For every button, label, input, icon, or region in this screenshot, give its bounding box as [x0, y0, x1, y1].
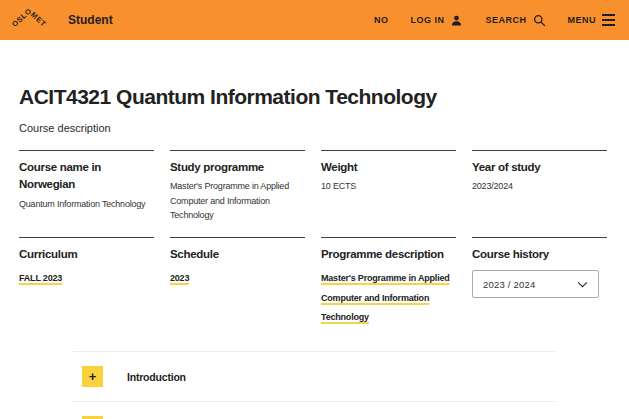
top-header-bar: OSLO MET Student NO LOG IN SEARCH: [0, 0, 629, 40]
cell-heading: Schedule: [170, 246, 305, 263]
accordion-item-recommended-preliminary-courses[interactable]: + Recommended preliminary courses: [73, 402, 555, 419]
login-button[interactable]: LOG IN: [410, 14, 463, 27]
header-nav: NO LOG IN SEARCH: [374, 14, 615, 27]
cell-heading: Year of study: [472, 159, 607, 176]
site-name-link[interactable]: Student: [68, 13, 113, 27]
page-subtitle: Course description: [19, 122, 607, 134]
programme-description-link[interactable]: Master's Programme in Applied Computer a…: [321, 273, 450, 322]
cell-value: Master's Programme in Applied Computer a…: [170, 179, 305, 222]
search-label: SEARCH: [485, 15, 526, 25]
cell-heading: Course history: [472, 246, 607, 263]
cell-curriculum: Curriculum FALL 2023: [19, 237, 154, 325]
cell-schedule: Schedule 2023: [170, 237, 305, 325]
accordion-item-label: Introduction: [127, 371, 186, 383]
cell-programme-description: Programme description Master's Programme…: [321, 237, 456, 325]
schedule-link[interactable]: 2023: [170, 273, 189, 283]
cell-course-history: Course history 2023 / 2024: [472, 237, 607, 325]
menu-button[interactable]: MENU: [568, 14, 616, 26]
cell-heading: Course name in Norwegian: [19, 159, 154, 194]
cell-heading: Weight: [321, 159, 456, 176]
language-label: NO: [374, 15, 389, 25]
chevron-down-icon: [577, 281, 588, 288]
search-icon: [533, 14, 546, 27]
page-title: ACIT4321 Quantum Information Technology: [19, 85, 607, 109]
hamburger-menu-icon: [602, 14, 615, 26]
cell-heading: Study programme: [170, 159, 305, 176]
oslomet-logo[interactable]: OSLO MET: [10, 3, 52, 37]
language-toggle-no[interactable]: NO: [374, 15, 389, 25]
main-content: ACIT4321 Quantum Information Technology …: [0, 85, 629, 419]
person-icon: [450, 14, 463, 27]
cell-year-of-study: Year of study 2023/2024: [472, 150, 607, 225]
course-history-selected-value: 2023 / 2024: [483, 279, 535, 290]
cell-heading: Curriculum: [19, 246, 154, 263]
curriculum-link[interactable]: FALL 2023: [19, 273, 62, 283]
course-history-select[interactable]: 2023 / 2024: [472, 270, 599, 298]
cell-value: 10 ECTS: [321, 179, 456, 193]
cell-weight: Weight 10 ECTS: [321, 150, 456, 225]
cell-value: Quantum Information Technology: [19, 197, 154, 211]
login-label: LOG IN: [410, 15, 444, 25]
cell-study-programme: Study programme Master's Programme in Ap…: [170, 150, 305, 225]
cell-heading: Programme description: [321, 246, 456, 263]
expand-plus-icon[interactable]: +: [82, 366, 103, 387]
logo-text-met: MET: [29, 10, 48, 28]
course-sections-accordion: + Introduction + Recommended preliminary…: [73, 351, 555, 419]
cell-value: 2023/2024: [472, 179, 607, 193]
page: OSLO MET Student NO LOG IN SEARCH: [0, 0, 629, 419]
cell-course-name-norwegian: Course name in Norwegian Quantum Informa…: [19, 150, 154, 225]
menu-label: MENU: [568, 15, 597, 25]
search-button[interactable]: SEARCH: [485, 14, 545, 27]
course-info-grid: Course name in Norwegian Quantum Informa…: [19, 150, 607, 325]
accordion-item-introduction[interactable]: + Introduction: [73, 352, 555, 402]
